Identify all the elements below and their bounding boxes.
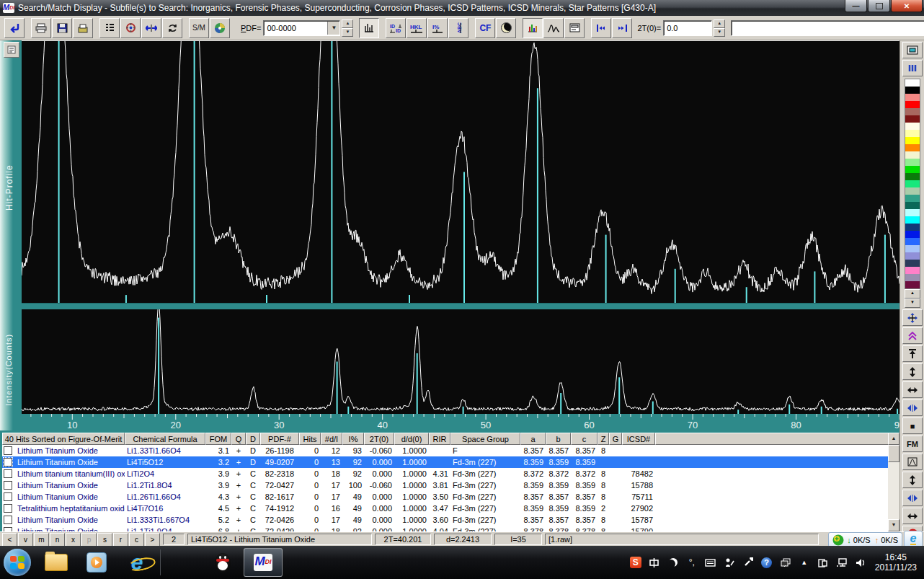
status-nav-button-n[interactable]: n bbox=[50, 533, 65, 547]
send-button[interactable] bbox=[73, 18, 93, 38]
network-icon[interactable] bbox=[835, 555, 849, 570]
column-header[interactable]: d/d(0) bbox=[394, 433, 429, 445]
pdf-dropdown-arrow[interactable]: ▼ bbox=[327, 22, 339, 35]
scroll-up-button[interactable]: ▲ bbox=[888, 433, 899, 445]
palette-swatch[interactable] bbox=[905, 187, 920, 195]
palette-swatch[interactable] bbox=[905, 216, 920, 224]
palette-swatch[interactable] bbox=[905, 108, 920, 115]
collapse-right-button[interactable] bbox=[612, 18, 632, 38]
chevrons-up-button[interactable] bbox=[902, 327, 923, 344]
phase-combobox[interactable]: ▼ bbox=[731, 20, 924, 36]
column-header[interactable]: FOM bbox=[205, 433, 231, 445]
column-header[interactable]: PDF-# bbox=[260, 433, 299, 445]
palette-swatch[interactable] bbox=[905, 173, 920, 180]
palette-swatch[interactable] bbox=[905, 137, 920, 144]
sticks-view-button[interactable] bbox=[359, 18, 379, 38]
cf-button[interactable]: CF bbox=[475, 18, 495, 38]
palette-swatch[interactable] bbox=[905, 195, 920, 202]
contrast-button[interactable] bbox=[496, 18, 516, 38]
intensity-chart[interactable] bbox=[22, 309, 899, 414]
pdf-combobox[interactable]: 00-0000 ▼ bbox=[263, 20, 340, 36]
plugin-icon[interactable] bbox=[816, 555, 830, 570]
report-button[interactable] bbox=[99, 18, 120, 38]
colored-bars-button[interactable] bbox=[523, 18, 543, 38]
ime-status-icon[interactable]: °, bbox=[685, 555, 699, 570]
pane-options-button[interactable] bbox=[4, 42, 19, 58]
search-match-button[interactable]: S/M bbox=[189, 18, 209, 38]
status-nav-button-prev[interactable]: < bbox=[2, 533, 17, 547]
column-header[interactable]: a bbox=[520, 433, 546, 445]
column-header[interactable]: Q bbox=[231, 433, 246, 445]
taskbar-internet-explorer[interactable]: e bbox=[117, 548, 156, 577]
profiles-button[interactable] bbox=[543, 18, 564, 38]
palette-swatch[interactable] bbox=[905, 274, 920, 281]
softkeyboard-icon[interactable] bbox=[703, 555, 718, 570]
peak-box-button[interactable] bbox=[902, 454, 923, 470]
column-header[interactable]: Chemical Formula bbox=[125, 433, 205, 445]
palette-swatch[interactable] bbox=[905, 115, 920, 123]
column-header[interactable]: #d/I bbox=[321, 433, 342, 445]
status-nav-button-r[interactable]: r bbox=[113, 533, 128, 547]
palette-swatch[interactable] bbox=[905, 267, 920, 274]
status-nav-button-v[interactable]: v bbox=[18, 533, 33, 547]
palette-swatch[interactable] bbox=[905, 231, 920, 238]
moon-icon[interactable] bbox=[666, 555, 680, 570]
palette-swatch[interactable] bbox=[905, 79, 920, 87]
table-row[interactable]: Lithium Titanium OxideLi1.2Ti1.8O43.9+C7… bbox=[2, 479, 888, 491]
table-row[interactable]: Lithium Titanium OxideLi1.1Ti1.9O46.8+C7… bbox=[2, 526, 888, 531]
column-header[interactable]: b bbox=[546, 433, 571, 445]
status-nav-button-p[interactable]: p bbox=[81, 533, 97, 547]
display-mode-button[interactable] bbox=[902, 42, 923, 58]
taskbar-qq[interactable] bbox=[203, 548, 242, 577]
table-row[interactable]: Lithium Titanium OxideLi1.33Ti1.66O43.1+… bbox=[2, 445, 888, 456]
status-nav-button-s[interactable]: s bbox=[97, 533, 112, 547]
id-stack-button[interactable]: IDID bbox=[386, 18, 406, 38]
palette-swatch[interactable] bbox=[905, 94, 920, 101]
table-row[interactable]: Lithium titanium titanium(III) ox...LiTi… bbox=[2, 468, 888, 479]
status-nav-button-next[interactable]: > bbox=[145, 533, 160, 547]
palette-swatch[interactable] bbox=[905, 260, 920, 267]
arrow-horizontal-blue-button-2[interactable] bbox=[902, 490, 923, 506]
column-header[interactable]: I% bbox=[342, 433, 364, 445]
stop-button[interactable]: ■ bbox=[902, 417, 923, 434]
print-button[interactable] bbox=[31, 18, 51, 38]
palette-swatch[interactable] bbox=[905, 209, 920, 216]
chinese-input-icon[interactable] bbox=[647, 555, 662, 570]
column-header[interactable] bbox=[655, 433, 888, 445]
column-header[interactable]: D bbox=[246, 433, 260, 445]
volume-icon[interactable] bbox=[853, 555, 868, 570]
intensity-percent-button[interactable]: I% bbox=[427, 18, 448, 38]
table-row[interactable]: Lithium Titanium OxideLi1.26Ti1.66O44.3+… bbox=[2, 491, 888, 503]
fm-button[interactable]: FM bbox=[902, 436, 923, 452]
minimize-button[interactable]: — bbox=[845, 0, 867, 12]
save-button[interactable] bbox=[52, 18, 72, 38]
arrow-vertical-button-2[interactable] bbox=[902, 472, 923, 488]
row-checkbox[interactable] bbox=[4, 446, 12, 455]
column-header[interactable]: Hits bbox=[299, 433, 321, 445]
arrow-vertical-button[interactable] bbox=[902, 363, 923, 380]
palette-button[interactable] bbox=[902, 60, 923, 76]
arrow-horizontal-button[interactable] bbox=[902, 381, 923, 398]
palette-swatch[interactable] bbox=[905, 123, 920, 130]
network-monitor[interactable]: ↓ 0K/S ↑ 0K/S bbox=[828, 532, 902, 547]
palette-swatch[interactable] bbox=[905, 202, 920, 209]
preferences-button[interactable] bbox=[120, 18, 141, 38]
column-header[interactable]: Space Group bbox=[450, 433, 520, 445]
palette-swatch[interactable] bbox=[905, 144, 920, 151]
taskbar-clock[interactable]: 16:45 2011/11/23 bbox=[875, 552, 917, 573]
maximize-button[interactable] bbox=[868, 0, 890, 12]
refresh-button[interactable] bbox=[162, 18, 182, 38]
row-checkbox[interactable] bbox=[4, 516, 12, 524]
palette-swatch[interactable] bbox=[905, 159, 920, 166]
row-checkbox[interactable] bbox=[4, 458, 12, 467]
palette-swatch[interactable] bbox=[905, 151, 920, 159]
status-nav-button-x[interactable]: x bbox=[66, 533, 81, 547]
column-header[interactable]: RIR bbox=[429, 433, 450, 445]
two-theta-spinner[interactable]: ▲▼ bbox=[714, 19, 725, 37]
palette-swatch[interactable] bbox=[905, 166, 920, 173]
palette-swatch[interactable] bbox=[905, 252, 920, 260]
table-row[interactable]: Tetralithium heptatitanium oxideLi4Ti7O1… bbox=[2, 503, 888, 514]
return-button[interactable] bbox=[4, 18, 25, 38]
column-header[interactable]: ICSD# bbox=[622, 433, 655, 445]
row-checkbox[interactable] bbox=[4, 469, 12, 478]
